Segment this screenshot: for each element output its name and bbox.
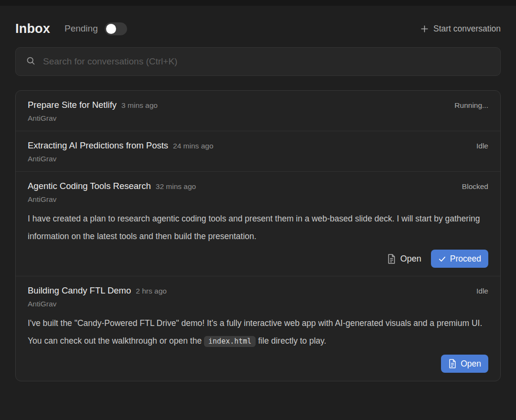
check-icon [438,255,446,263]
conversation-title: Extracting AI Predictions from Posts [28,140,168,151]
pending-toggle[interactable] [105,22,127,35]
inline-code-chip: index.html [204,336,256,347]
conversation-title: Prepare Site for Netlify [28,100,117,110]
search-bar [15,47,501,76]
conversation-row-prepare-site[interactable]: Prepare Site for Netlify 3 mins ago Runn… [16,91,500,131]
status-badge: Blocked [462,182,488,191]
message-text: file directly to play. [256,336,326,346]
search-icon [26,56,36,68]
agent-name: AntiGrav [28,155,488,163]
row-head: Prepare Site for Netlify 3 mins ago Runn… [28,100,488,110]
conversation-time: 2 hrs ago [136,287,167,295]
pending-filter-label: Pending [64,23,98,34]
agent-message: I have created a plan to research agenti… [28,210,488,245]
row-actions: Open Proceed [28,250,488,268]
proceed-button-label: Proceed [450,254,481,264]
start-conversation-label: Start conversation [433,24,501,34]
row-head: Agentic Coding Tools Research 32 mins ag… [28,181,488,191]
conversation-list: Prepare Site for Netlify 3 mins ago Runn… [15,90,501,381]
conversation-time: 3 mins ago [121,101,158,110]
conversation-title: Agentic Coding Tools Research [28,181,151,191]
row-head: Building Candy FTL Demo 2 hrs ago Idle [28,285,488,296]
agent-name: AntiGrav [28,300,488,308]
start-conversation-button[interactable]: Start conversation [420,24,501,34]
search-input[interactable] [43,56,490,67]
agent-message: I've built the "Candy-Powered FTL Drive"… [28,315,488,350]
conversation-time: 32 mins ago [156,182,196,191]
open-button[interactable]: Open [387,254,421,264]
conversation-row-agentic-coding-research[interactable]: Agentic Coding Tools Research 32 mins ag… [16,172,500,276]
window-top-edge [0,0,516,6]
conversation-time: 24 mins ago [173,142,213,150]
document-icon [448,359,457,368]
row-actions: Open [28,355,488,373]
open-button[interactable]: Open [441,355,488,373]
plus-icon [420,24,429,33]
status-badge: Idle [476,287,488,295]
status-badge: Running... [454,101,488,110]
row-head: Extracting AI Predictions from Posts 24 … [28,140,488,151]
agent-name: AntiGrav [28,195,488,204]
agent-name: AntiGrav [28,114,488,123]
page-title: Inbox [15,21,50,36]
proceed-button[interactable]: Proceed [431,250,488,268]
open-button-label: Open [461,359,481,369]
conversation-title: Building Candy FTL Demo [28,285,131,296]
conversation-row-extracting-predictions[interactable]: Extracting AI Predictions from Posts 24 … [16,131,500,172]
toggle-knob [106,24,116,34]
inbox-header: Inbox Pending Start conversation [0,18,516,39]
conversation-row-candy-ftl-demo[interactable]: Building Candy FTL Demo 2 hrs ago Idle A… [16,276,500,381]
document-icon [387,254,396,264]
open-button-label: Open [400,254,421,264]
status-badge: Idle [476,142,488,150]
